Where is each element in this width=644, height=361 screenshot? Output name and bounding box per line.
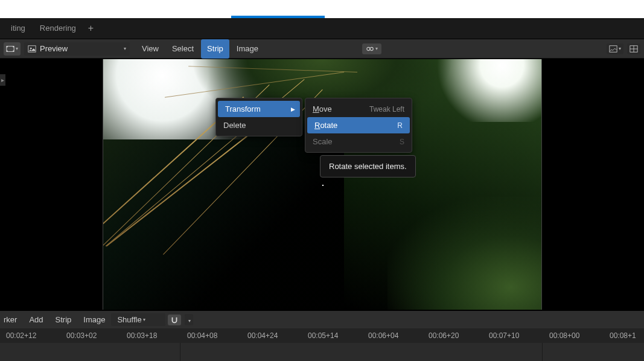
timecode: 00:06+04 [368,331,398,340]
timecode: 00:04+08 [187,331,217,340]
timecode: 00:02+12 [6,331,36,340]
pivot-point-dropdown[interactable]: ▾ [362,43,381,54]
chevron-down-icon: ▾ [124,46,126,51]
sequencer-header: rker Add Strip Image Shuffle ▾ ▾ [0,310,644,328]
snap-toggle[interactable] [168,315,181,325]
sidebar-toggle-icon[interactable]: ▸ [0,74,5,86]
chevron-down-icon: ▾ [143,317,161,322]
workspace-tab-editing[interactable]: iting [4,18,33,39]
overlap-mode-dropdown[interactable]: Shuffle ▾ [111,313,165,326]
submenu-arrow-icon: ▶ [291,106,295,112]
browser-chrome-strip [0,0,644,18]
menuitem-label: Delete [223,121,246,130]
preview-mode-label: Preview [40,44,123,53]
svg-rect-2 [7,46,8,47]
workspace-tabbar: iting Rendering + [0,18,644,39]
svg-rect-10 [610,45,617,52]
svg-rect-4 [7,50,8,51]
timecode: 00:03+18 [127,331,157,340]
snap-options-dropdown[interactable]: ▾ [185,314,193,325]
display-channels-dropdown[interactable]: ▾ [607,43,623,54]
preview-mode-dropdown[interactable]: Preview ▾ [24,42,130,56]
menu-strip[interactable]: Strip [201,39,229,59]
add-workspace-button[interactable]: + [83,23,98,34]
timecode: 00:07+10 [489,331,519,340]
menuitem-label: Move [313,104,332,113]
svg-point-9 [370,47,373,50]
timecode: 00:03+02 [66,331,97,340]
menuitem-rotate[interactable]: Rotate R [307,117,410,133]
menu-add[interactable]: Add [23,311,49,329]
menuitem-label: Transform [225,104,261,113]
overlays-toggle[interactable] [627,43,640,54]
menu-marker[interactable]: rker [4,311,23,329]
workspace-tab-rendering[interactable]: Rendering [33,18,83,39]
video-canvas [103,59,542,310]
menuitem-scale[interactable]: Scale S [305,133,412,150]
menu-image-seq[interactable]: Image [77,311,111,329]
svg-rect-3 [13,46,14,47]
preview-header-right: ▾ [607,43,640,54]
transform-submenu: Move Tweak Left Rotate R Scale S [305,98,412,153]
menu-image[interactable]: Image [231,39,264,59]
preview-header: ▾ Preview ▾ View Select Strip Image ▾ ▾ [0,39,644,59]
menuitem-label: Scale [313,137,333,146]
overlap-mode-label: Shuffle [117,315,141,324]
tooltip: Rotate selected items. [320,155,416,177]
svg-rect-5 [13,50,14,51]
timecode: 00:05+14 [308,331,338,340]
chevron-down-icon: ▾ [375,46,378,51]
timecode: 00:04+24 [247,331,278,340]
menuitem-label: Rotate [314,121,337,130]
timecode: 00:06+20 [429,331,459,340]
editor-type-icon[interactable]: ▾ [4,42,21,56]
preview-viewport[interactable]: ▸ Transform ▶ Delete Move Tweak Left [0,59,644,310]
timecode: 00:08+00 [549,331,579,340]
chevron-down-icon: ▾ [188,318,191,324]
timeline-tracks[interactable] [0,343,644,361]
menu-strip-seq[interactable]: Strip [49,311,78,329]
svg-rect-1 [7,46,14,51]
menuitem-shortcut: Tweak Left [369,105,404,113]
strip-dropdown: Transform ▶ Delete [215,98,302,136]
timecode: 00:08+1 [610,331,636,340]
tooltip-text: Rotate selected items. [329,162,407,171]
svg-point-8 [367,47,370,50]
menu-select[interactable]: Select [166,39,200,59]
menuitem-shortcut: R [397,121,403,130]
menu-view[interactable]: View [136,39,165,59]
chevron-down-icon: ▾ [619,46,621,51]
svg-point-7 [30,47,32,49]
chevron-down-icon: ▾ [16,46,18,51]
svg-rect-6 [28,45,36,52]
timeline-ruler[interactable]: 00:02+12 00:03+02 00:03+18 00:04+08 00:0… [0,328,644,343]
menuitem-transform[interactable]: Transform ▶ [218,101,300,117]
menuitem-delete[interactable]: Delete [216,117,302,133]
blender-app: iting Rendering + ▾ Preview ▾ View Selec… [0,18,644,361]
menuitem-move[interactable]: Move Tweak Left [305,101,412,117]
menuitem-shortcut: S [400,138,404,146]
